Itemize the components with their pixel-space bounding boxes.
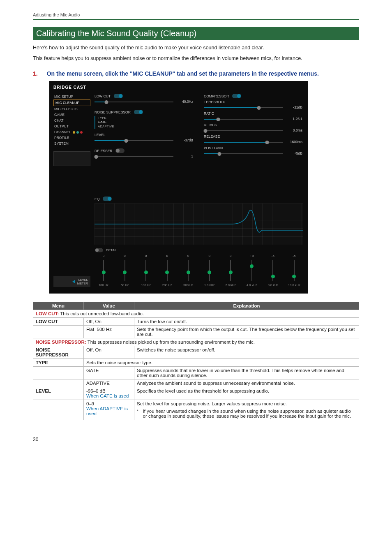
eq-band-8[interactable]: -58.0 kHz [264, 254, 282, 287]
eq-band-value: -5 [272, 254, 274, 258]
eq-band-freq: 10.0 kHz [288, 283, 300, 287]
deesser-slider[interactable]: 1 [95, 156, 173, 157]
table-section-header: NOISE SUPPRESSOR: This suppresses noises… [33, 338, 359, 346]
eq-band-slider[interactable] [230, 260, 231, 281]
section-title: Calibrating the Mic Sound Quality (Clean… [33, 27, 359, 40]
eq-section: EQ DETAIL 0100 Hz050 Hz0100 Hz0200 Hz050… [95, 197, 303, 287]
threshold-value: -21dB [293, 105, 302, 109]
threshold-slider[interactable]: -21dB [204, 107, 283, 108]
eq-band-freq: 4.0 kHz [247, 283, 257, 287]
sidebar-item-system[interactable]: SYSTEM [53, 141, 90, 146]
sidebar-item-profile[interactable]: PROFILE [53, 135, 90, 141]
ratio-label: RATIO [204, 111, 303, 116]
eq-curve-icon [95, 204, 303, 245]
level-meter-label: LEVEL METER [77, 278, 88, 285]
eq-band-slider[interactable] [167, 260, 168, 281]
th-value: Value [84, 302, 134, 310]
eq-band-freq: 500 Hz [183, 283, 193, 287]
lowcut-slider[interactable]: 40.0Hz [95, 102, 173, 102]
page-number: 30 [33, 437, 359, 442]
lowcut-control[interactable]: LOW CUT 40.0Hz [95, 94, 194, 104]
compressor-toggle[interactable] [232, 94, 241, 98]
attack-slider[interactable]: 0.0ms [204, 130, 283, 131]
eq-band-value: 0 [166, 254, 168, 258]
app-logo: BRIDGE CAST [53, 85, 303, 90]
lowcut-label: LOW CUT [95, 94, 111, 98]
release-slider[interactable]: 1600ms [204, 142, 283, 143]
detail-toggle-row[interactable]: DETAIL [95, 248, 303, 252]
eq-band-0[interactable]: 0100 Hz [95, 254, 113, 287]
deesser-label: DE-ESSER [95, 149, 112, 153]
arrow-left-icon [72, 280, 75, 283]
sidebar-item-mic-effects[interactable]: MIC EFFECTS [53, 106, 90, 112]
sidebar-item-mic-setup[interactable]: MIC SETUP [53, 94, 90, 99]
sidebar-item-chat[interactable]: CHAT [53, 118, 90, 123]
eq-band-freq: 200 Hz [162, 283, 172, 287]
eq-band-slider[interactable] [125, 260, 125, 281]
postgain-slider[interactable]: +5dB [204, 153, 283, 154]
eq-band-2[interactable]: 0100 Hz [137, 254, 155, 287]
th-explanation: Explanation [134, 302, 359, 310]
threshold-label: THRESHOLD [204, 100, 303, 104]
eq-band-value: 0 [124, 254, 125, 258]
ns-type-block: TYPE GATE ADAPTIVE [95, 116, 194, 129]
eq-label: EQ [95, 197, 99, 201]
eq-band-4[interactable]: 0500 Hz [179, 254, 197, 287]
deesser-toggle[interactable] [115, 148, 125, 153]
sidebar-item-channel[interactable]: CHANNEL [53, 129, 90, 135]
eq-band-slider[interactable] [103, 260, 104, 281]
noise-suppressor-label: NOISE SUPPRESSOR [95, 110, 131, 114]
eq-band-slider[interactable] [188, 260, 189, 281]
eq-band-value: 0 [230, 254, 231, 258]
parameter-table: Menu Value Explanation LOW CUT: This cut… [33, 302, 359, 420]
compressor-control[interactable]: COMPRESSOR THRESHOLD -21dB RATIO [204, 94, 303, 156]
noise-suppressor-toggle[interactable] [134, 110, 143, 114]
eq-bands: 0100 Hz050 Hz0100 Hz0200 Hz0500 Hz01.0 k… [95, 254, 303, 287]
eq-band-freq: 1.0 kHz [204, 283, 214, 287]
level-slider[interactable]: -37dB [95, 140, 173, 141]
lowcut-toggle[interactable] [114, 94, 123, 98]
deesser-control[interactable]: DE-ESSER 1 [95, 148, 194, 159]
eq-curve-display [95, 204, 303, 245]
eq-band-5[interactable]: 01.0 kHz [201, 254, 219, 287]
attack-label: ATTACK [204, 123, 303, 127]
noise-suppressor-control[interactable]: NOISE SUPPRESSOR TYPE GATE ADAPTIVE LEVE… [95, 110, 194, 143]
eq-toggle[interactable] [103, 197, 112, 201]
eq-band-freq: 100 Hz [141, 283, 151, 287]
eq-band-slider[interactable] [145, 260, 146, 281]
deesser-value: 1 [191, 154, 193, 158]
intro-text-2: This feature helps you to suppress ambie… [33, 56, 359, 61]
eq-band-freq: 100 Hz [99, 283, 108, 287]
table-row: GATESuppresses sounds that are lower in … [33, 367, 359, 379]
eq-band-freq: 8.0 kHz [268, 283, 278, 287]
eq-band-slider[interactable] [209, 260, 210, 281]
app-screenshot: BRIDGE CAST MIC SETUPMIC CLEANUPMIC EFFE… [49, 81, 308, 294]
level-value: -37dB [184, 138, 193, 142]
sidebar-item-output[interactable]: OUTPUT [53, 123, 90, 129]
eq-band-value: 0 [103, 254, 104, 258]
level-meter-button[interactable]: LEVEL METER [53, 276, 90, 287]
level-label: LEVEL [95, 133, 194, 137]
eq-band-1[interactable]: 050 Hz [116, 254, 134, 287]
postgain-label: POST GAIN [204, 146, 303, 150]
sidebar-item-mic-cleanup[interactable]: MIC CLEANUP [53, 99, 90, 106]
eq-band-freq: 2.0 kHz [226, 283, 236, 287]
eq-band-7[interactable]: +84.0 kHz [243, 254, 261, 287]
intro-text-1: Here's how to adjust the sound quality o… [33, 45, 359, 51]
sidebar: MIC SETUPMIC CLEANUPMIC EFFECTSGAMECHATO… [53, 94, 90, 287]
table-row: Flat–500 HzSets the frequency point from… [33, 326, 359, 338]
sidebar-item-game[interactable]: GAME [53, 112, 90, 118]
eq-band-slider[interactable] [272, 260, 273, 281]
eq-band-slider[interactable] [294, 260, 295, 281]
eq-band-slider[interactable] [251, 260, 252, 281]
eq-band-value: 0 [145, 254, 147, 258]
table-section-header: LOW CUT: This cuts out unneeded low-band… [33, 310, 359, 318]
eq-band-3[interactable]: 0200 Hz [158, 254, 176, 287]
eq-band-9[interactable]: -510.0 kHz [285, 254, 303, 287]
detail-toggle[interactable] [95, 248, 103, 252]
ratio-slider[interactable]: 1.25:1 [204, 119, 283, 120]
divider [33, 19, 359, 20]
breadcrumb: Adjusting the Mic Audio [33, 12, 359, 19]
sidebar-preview [53, 151, 90, 166]
eq-band-6[interactable]: 02.0 kHz [221, 254, 240, 287]
